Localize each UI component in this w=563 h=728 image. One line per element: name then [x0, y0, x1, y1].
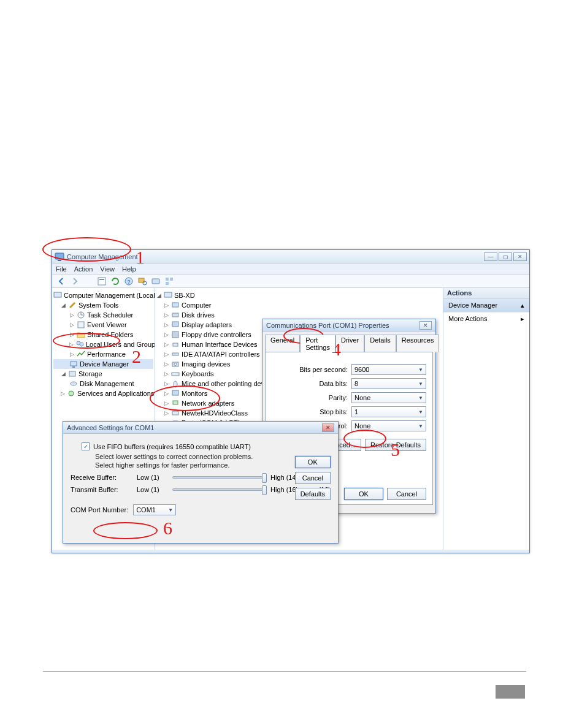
folder-icon: [77, 330, 85, 339]
properties-titlebar: Communications Port (COM1) Properties ✕: [262, 319, 435, 332]
advanced-title-text: Advanced Settings for COM1: [67, 424, 154, 431]
svg-point-32: [174, 381, 177, 387]
refresh-icon[interactable]: [110, 276, 121, 287]
slider-thumb-icon[interactable]: [262, 485, 267, 495]
expander-icon[interactable]: ▷: [61, 390, 65, 396]
devtree-host[interactable]: ◢SB-XD: [156, 290, 442, 300]
svg-point-21: [69, 391, 74, 396]
expander-icon[interactable]: ▷: [164, 351, 169, 357]
svg-rect-22: [164, 292, 172, 297]
check-mark-icon: ✓: [83, 443, 88, 450]
expander-icon[interactable]: ▷: [69, 351, 75, 357]
expander-icon[interactable]: ◢: [61, 371, 66, 377]
clock-icon: [77, 311, 85, 319]
expander-icon[interactable]: ▷: [164, 390, 169, 396]
help-icon[interactable]: ?: [123, 276, 134, 287]
view-options-icon[interactable]: [164, 276, 175, 287]
scan-hw-icon[interactable]: [137, 276, 148, 287]
svg-point-7: [143, 281, 147, 285]
tree-root[interactable]: Computer Management (Local: [53, 290, 153, 300]
performance-label: Performance: [87, 351, 126, 358]
storage-label: Storage: [79, 370, 102, 377]
menu-file[interactable]: File: [56, 265, 67, 273]
tree-disk-mgmt[interactable]: Disk Management: [53, 379, 153, 389]
expander-icon[interactable]: ▷: [164, 400, 169, 406]
properties-icon[interactable]: [96, 276, 107, 287]
window-title: Computer Management: [67, 253, 484, 260]
tab-resources[interactable]: Resources: [396, 335, 440, 352]
nav-fwd-icon[interactable]: [69, 276, 80, 287]
expander-icon[interactable]: ◢: [61, 302, 66, 308]
properties-ok-button[interactable]: OK: [344, 488, 383, 500]
tree-storage[interactable]: ◢Storage: [53, 369, 153, 379]
menu-action[interactable]: Action: [74, 265, 93, 273]
advanced-ok-button[interactable]: OK: [295, 456, 331, 468]
tree-task-scheduler[interactable]: ▷Task Scheduler: [53, 310, 153, 320]
advanced-cancel-button[interactable]: Cancel: [295, 472, 331, 484]
devtree-display-label: Display adapters: [182, 321, 232, 328]
users-icon: [75, 340, 84, 349]
collapse-icon: ▴: [521, 301, 524, 309]
device-icon[interactable]: [150, 276, 161, 287]
bps-combo[interactable]: 9600▼: [351, 364, 426, 375]
properties-close-icon[interactable]: ✕: [419, 321, 432, 330]
nav-back-icon[interactable]: [56, 276, 67, 287]
expander-icon[interactable]: ▷: [164, 410, 169, 416]
use-fifo-checkbox[interactable]: ✓: [82, 442, 90, 450]
actions-device-manager-label: Device Manager: [448, 301, 497, 309]
expander-icon[interactable]: ▷: [164, 302, 169, 308]
transmit-buffer-slider[interactable]: [172, 488, 266, 491]
chevron-down-icon: ▼: [418, 409, 423, 415]
tree-event-viewer[interactable]: ▷Event Viewer: [53, 320, 153, 330]
tree-performance[interactable]: ▷Performance: [53, 349, 153, 359]
advanced-close-icon[interactable]: ✕: [322, 423, 334, 432]
disk-mgmt-label: Disk Management: [80, 380, 134, 387]
expander-icon[interactable]: ▷: [69, 312, 75, 318]
expander-icon[interactable]: ▷: [69, 341, 74, 347]
properties-cancel-button[interactable]: Cancel: [387, 488, 426, 500]
close-button[interactable]: ✕: [513, 252, 527, 261]
expander-icon[interactable]: ▷: [164, 371, 169, 377]
minimize-button[interactable]: —: [484, 252, 497, 261]
slider-thumb-icon[interactable]: [262, 473, 267, 483]
flow-control-combo[interactable]: None▼: [351, 420, 426, 431]
expander-icon[interactable]: ▷: [69, 332, 75, 338]
tab-general[interactable]: General: [265, 335, 300, 352]
menu-help[interactable]: Help: [122, 265, 136, 273]
data-bits-combo[interactable]: 8▼: [351, 378, 426, 389]
expander-icon[interactable]: ◢: [156, 292, 162, 298]
pc-icon: [171, 301, 180, 309]
receive-buffer-slider[interactable]: [172, 476, 266, 479]
expander-icon[interactable]: ▷: [164, 332, 169, 338]
tree-shared-folders[interactable]: ▷Shared Folders: [53, 330, 153, 339]
tree-system-tools[interactable]: ◢ System Tools: [53, 300, 153, 310]
maximize-button[interactable]: ▢: [499, 252, 512, 261]
expander-icon[interactable]: ▷: [164, 361, 169, 367]
shared-folders-label: Shared Folders: [87, 331, 133, 338]
parity-combo[interactable]: None▼: [351, 392, 426, 403]
expander-icon[interactable]: ▷: [69, 322, 75, 328]
tree-root-label: Computer Management (Local: [64, 292, 155, 299]
actions-more-actions[interactable]: More Actions ▸: [443, 313, 529, 325]
chevron-down-icon: ▼: [418, 367, 423, 373]
tree-services-apps[interactable]: ▷Services and Applications: [53, 389, 153, 398]
restore-defaults-button[interactable]: Restore Defaults: [365, 439, 426, 451]
tree-local-users[interactable]: ▷Local Users and Groups: [53, 339, 153, 349]
expander-icon[interactable]: ▷: [164, 381, 169, 387]
chevron-down-icon: ▼: [418, 395, 423, 401]
advanced-defaults-button[interactable]: Defaults: [295, 488, 331, 500]
tab-details[interactable]: Details: [364, 335, 396, 352]
tree-device-manager[interactable]: Device Manager: [53, 359, 153, 369]
expander-icon[interactable]: ▷: [164, 322, 169, 328]
svg-point-30: [174, 363, 177, 366]
expander-icon[interactable]: ▷: [164, 341, 169, 347]
devtree-computer[interactable]: ▷Computer: [156, 300, 442, 310]
com-port-number-combo[interactable]: COM1 ▼: [133, 504, 176, 515]
actions-device-manager-row[interactable]: Device Manager ▴: [443, 299, 529, 313]
menu-view[interactable]: View: [100, 265, 115, 273]
tab-driver[interactable]: Driver: [335, 335, 364, 352]
tab-port-settings[interactable]: Port Settings: [300, 335, 335, 352]
svg-rect-24: [172, 313, 178, 317]
expander-icon[interactable]: ▷: [164, 312, 169, 318]
stop-bits-combo[interactable]: 1▼: [351, 406, 426, 417]
